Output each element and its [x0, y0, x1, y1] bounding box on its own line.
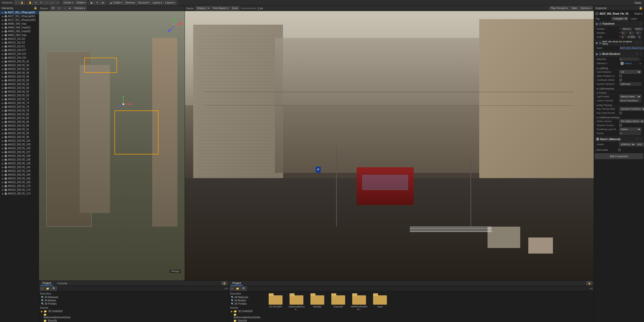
- step-btn[interactable]: ⏭: [100, 1, 106, 5]
- hierarchy-item-45[interactable]: ▶AM162_002.05_168: [0, 180, 39, 184]
- light-probes-dropdown[interactable]: Blend Probes: [619, 95, 641, 98]
- move-tool-btn[interactable]: ✦: [33, 1, 38, 5]
- mesh-filter-menu[interactable]: ⋮: [639, 42, 642, 44]
- scale-x-value[interactable]: 1: [621, 35, 625, 39]
- hierarchy-item-28[interactable]: ▶AM162_002.05_82: [0, 116, 39, 120]
- scene-2d-btn[interactable]: 2D: [50, 6, 56, 11]
- hierarchy-item-41[interactable]: ▶AM162_002.05_142: [0, 165, 39, 169]
- hierarchy-item-0[interactable]: ▶AE37_001_VRayLight01: [0, 11, 39, 14]
- hand-tool-btn[interactable]: ✋: [27, 1, 33, 5]
- account-btn[interactable]: Account ▾: [137, 1, 151, 5]
- hierarchy-item-29[interactable]: ▶AM162_002.05_84: [0, 120, 39, 124]
- asset-item-beautify[interactable]: Beautify: [308, 293, 327, 310]
- mesh-value[interactable]: AE37_001_Road_Far_01: [619, 46, 644, 50]
- hierarchy-item-25[interactable]: ▶AM162_002.05_76: [0, 105, 39, 109]
- asset-addr-r[interactable]: 📁 AddressableAssetsData: [230, 313, 263, 319]
- hierarchy-item-30[interactable]: ▶AM162_002.05_86: [0, 124, 39, 128]
- project-add-btn[interactable]: +: [40, 286, 44, 291]
- stats-btn[interactable]: Stats: [570, 6, 579, 11]
- rect-tool-btn[interactable]: ▭: [49, 1, 55, 5]
- asset-item-addressable[interactable]: AddressableAsse...: [287, 293, 306, 310]
- hierarchy-item-11[interactable]: ▶AM132_024.107: [0, 52, 39, 56]
- rot-x-value[interactable]: 0: [621, 31, 626, 35]
- shader-edit-btn[interactable]: Edit...: [636, 143, 644, 146]
- shader-dropdown[interactable]: HDRP/Lit: [619, 143, 635, 146]
- fav-mat-r[interactable]: 🔍 All Materials: [230, 296, 263, 299]
- scene-canvas-left[interactable]: <Persp> X Y: [39, 11, 185, 280]
- hierarchy-item-17[interactable]: ▶AM162_002.05_46: [0, 75, 39, 78]
- hierarchy-item-38[interactable]: ▶AM162_002.05_109: [0, 154, 39, 158]
- material-menu[interactable]: ⋮: [639, 138, 642, 141]
- hierarchy-item-9[interactable]: ▶AM132_013.41: [0, 45, 39, 48]
- scale-z-value[interactable]: 1: [638, 35, 641, 39]
- layout-btn[interactable]: Layout ▾: [164, 1, 176, 5]
- hierarchy-item-1[interactable]: ▶AE37_001_VRayLight01: [0, 14, 39, 18]
- rendering-layer-dropdown[interactable]: Mixed...: [619, 128, 641, 131]
- scene-fx-btn[interactable]: ★: [67, 6, 72, 11]
- scale-y-value[interactable]: 0.7952: [627, 35, 636, 39]
- scale-btn[interactable]: Scale: [230, 6, 239, 11]
- scene-lighting-btn[interactable]: ☀: [57, 6, 62, 11]
- scene-view-left[interactable]: Scene 2D ☀ ♪ ★ Gizmos ▾: [39, 6, 185, 280]
- pos-x-value[interactable]: -16112.1: [621, 27, 632, 31]
- hierarchy-item-26[interactable]: ▶AM162_002.05_78: [0, 109, 39, 112]
- play-focused-btn[interactable]: Play Focused ▾: [549, 6, 569, 11]
- material-question[interactable]: ?: [636, 138, 637, 140]
- hierarchy-list[interactable]: ▶AE37_001_VRayLight01▶AE37_001_VRayLight…: [0, 11, 39, 322]
- hierarchy-item-6[interactable]: ▶AM83_009_Vray: [0, 33, 39, 37]
- fav-pre-r[interactable]: 🔍 All Prefabs: [230, 302, 263, 305]
- collab-btn[interactable]: ☁ Collab ▾: [108, 1, 124, 5]
- hierarchy-item-39[interactable]: ▶AM162_002.05_136: [0, 158, 39, 162]
- hierarchy-item-10[interactable]: ▶AM132_020.077: [0, 48, 39, 52]
- hierarchy-item-34[interactable]: ▶AM162_002.05_101: [0, 139, 39, 143]
- hierarchy-item-12[interactable]: ▶AM132_024.215: [0, 56, 39, 60]
- hierarchy-add-btn[interactable]: +: [14, 1, 19, 5]
- hierarchy-item-24[interactable]: ▶AM162_002.05_73: [0, 101, 39, 105]
- hierarchy-item-21[interactable]: ▶AM162_002.05_62: [0, 90, 39, 94]
- asset-3ds-r[interactable]: ▶📁 3D SHADER: [230, 310, 263, 313]
- project-folder-btn[interactable]: 📁: [45, 286, 51, 291]
- scene-audio-btn[interactable]: ♪: [62, 6, 67, 11]
- fav-mod-r[interactable]: 🔍 All Models: [230, 299, 263, 302]
- mesh-filter-header[interactable]: ▶ ⊞ AE37_001_Road_Far_01 (Mesh Filter) ?…: [595, 41, 643, 45]
- scene-view-right[interactable]: Game Display 1 ▾ Free Aspect ▾ Scale 1.4…: [185, 6, 594, 280]
- hierarchy-item-46[interactable]: ▶AM162_002.05_170: [0, 184, 39, 188]
- hierarchy-item-44[interactable]: ▶AM162_002.05_166: [0, 177, 39, 180]
- hierarchy-item-5[interactable]: ▶AM83_008_Vray002: [0, 29, 39, 33]
- hierarchy-item-19[interactable]: ▶AM162_002.05_54: [0, 82, 39, 86]
- hierarchy-item-13[interactable]: ▶AM162_002.05_25: [0, 60, 39, 63]
- project-panel-btn[interactable]: 🔒: [221, 281, 227, 285]
- hierarchy-item-35[interactable]: ▶AM162_002.05_103: [0, 143, 39, 146]
- hierarchy-item-2[interactable]: ▶AE37_001_VRaySun001: [0, 18, 39, 22]
- fav-materials[interactable]: 🔍 All Materials: [40, 296, 73, 299]
- ray-trace-proced-checkbox[interactable]: [619, 112, 622, 114]
- hierarchy-item-20[interactable]: ▶AM162_002.05_58: [0, 86, 39, 90]
- layers-btn[interactable]: Layers ▾: [151, 1, 164, 5]
- project-asset-grid-right[interactable]: 3D SHADER AddressableAsse...: [264, 291, 594, 322]
- project-folder-btn-r[interactable]: 📁: [235, 286, 240, 291]
- scene-gizmos-btn[interactable]: Gizmos ▾: [73, 6, 87, 11]
- hierarchy-item-37[interactable]: ▶AM162_002.05_107: [0, 150, 39, 154]
- transform-header[interactable]: ▶ ⊞ Transform ⋮: [595, 21, 643, 26]
- asset-3dshader[interactable]: ▶📁 3D SHADER: [40, 310, 73, 313]
- mesh-renderer-header[interactable]: ▶ ⊞ Mesh Renderer ? ⋮: [595, 52, 643, 56]
- play-btn[interactable]: ▶: [89, 1, 94, 5]
- project-tab[interactable]: Project: [41, 281, 53, 286]
- material-target-icon[interactable]: ⊙: [639, 62, 641, 65]
- hierarchy-item-31[interactable]: ▶AM162_002.05_91: [0, 128, 39, 131]
- pivot-btn[interactable]: Center ▾: [62, 1, 75, 5]
- global-btn[interactable]: Global ▾: [75, 1, 87, 5]
- lightmapping-section-header[interactable]: ▶ Lightmapping: [596, 87, 642, 90]
- hierarchy-item-8[interactable]: ▶AM132_012.53: [0, 41, 39, 45]
- hierarchy-item-33[interactable]: ▶AM162_002.05_99: [0, 135, 39, 139]
- hierarchy-item-15[interactable]: ▶AM162_002.05_34: [0, 67, 39, 71]
- motion-vectors-dropdown[interactable]: Per Object Motion: [619, 119, 644, 123]
- static-checkbox[interactable]: Static ▾: [634, 12, 642, 15]
- static-shadow-checkbox[interactable]: [619, 75, 622, 77]
- hierarchy-item-27[interactable]: ▶AM162_002.05_80: [0, 112, 39, 116]
- materials-remove-icon[interactable]: -: [640, 58, 641, 61]
- rotate-tool-btn[interactable]: ↻: [39, 1, 44, 5]
- asset-item-exported[interactable]: Exported: [329, 293, 348, 310]
- gizmos-game-btn[interactable]: Gizmos ▾: [579, 6, 593, 11]
- tag-dropdown[interactable]: Untagged: [612, 17, 628, 20]
